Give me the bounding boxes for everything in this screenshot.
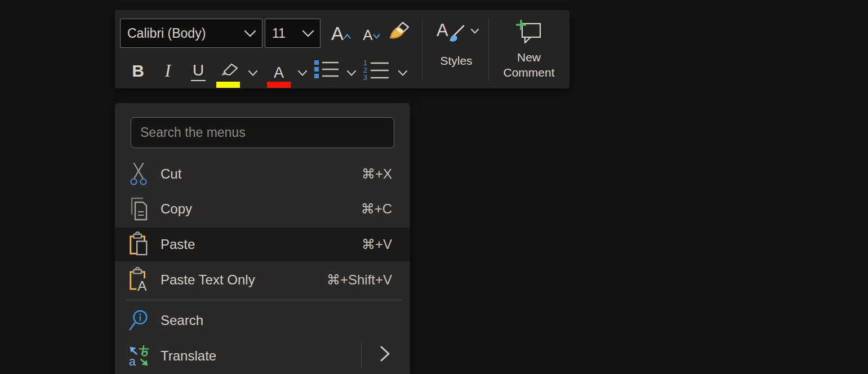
menu-item-cut[interactable]: Cut ⌘+X — [115, 158, 410, 190]
submenu-divider — [361, 342, 362, 368]
font-color-glyph: A — [274, 65, 284, 81]
chevron-down-icon[interactable] — [297, 69, 308, 79]
styles-brush-icon: A — [437, 20, 476, 51]
chevron-down-icon[interactable] — [346, 69, 357, 79]
menu-item-label: Cut — [161, 166, 181, 182]
bullet-list-button[interactable] — [314, 56, 357, 88]
menu-item-paste-text-only[interactable]: A Paste Text Only ⌘+Shift+V — [115, 264, 410, 296]
underline-button[interactable]: U — [186, 56, 211, 86]
font-color-button[interactable]: A — [267, 56, 308, 88]
font-name-select[interactable]: Calibri (Body) — [120, 19, 262, 48]
menu-item-label: Search — [161, 313, 203, 328]
scissors-icon — [128, 161, 149, 187]
chevron-down-icon — [244, 26, 256, 41]
new-comment-label: New Comment — [498, 50, 560, 80]
styles-button[interactable]: A Styles — [426, 16, 487, 83]
svg-text:a: a — [129, 354, 136, 368]
italic-button[interactable]: I — [157, 56, 179, 86]
paste-clipboard-icon — [128, 231, 149, 257]
font-size-value: 11 — [272, 26, 286, 41]
numbered-list-button[interactable]: 1 2 3 — [362, 56, 408, 88]
toolbar-divider — [422, 18, 422, 81]
grow-font-glyph: A — [331, 23, 344, 44]
menu-item-label: Copy — [161, 201, 192, 217]
font-size-select[interactable]: 11 — [265, 19, 321, 48]
chevron-down-icon — [302, 26, 314, 41]
svg-text:3: 3 — [363, 73, 367, 81]
new-comment-icon — [515, 19, 543, 47]
font-name-value: Calibri (Body) — [127, 26, 206, 41]
menu-item-shortcut: ⌘+Shift+V — [327, 272, 392, 288]
highlight-color-swatch — [216, 82, 240, 88]
caret-up-icon — [344, 23, 351, 42]
translate-icon: a — [128, 343, 149, 369]
menu-item-shortcut: ⌘+C — [361, 201, 392, 217]
caret-down-icon — [373, 23, 380, 42]
grow-font-button[interactable]: A — [324, 19, 350, 48]
format-painter-icon — [387, 20, 412, 46]
new-comment-button[interactable]: New Comment — [492, 16, 566, 83]
highlighter-pen-icon — [215, 63, 241, 81]
menu-item-label: Translate — [161, 348, 216, 364]
font-color-swatch — [267, 82, 291, 88]
chevron-down-icon[interactable] — [398, 69, 408, 79]
shrink-font-glyph: A — [363, 26, 372, 43]
bold-button[interactable]: B — [126, 56, 150, 86]
submenu-chevron-right-icon[interactable] — [379, 345, 391, 364]
menu-item-paste[interactable]: Paste ⌘+V — [115, 228, 410, 261]
menu-item-search[interactable]: Search — [115, 304, 410, 337]
search-menus-input[interactable] — [131, 117, 394, 148]
styles-label: Styles — [440, 53, 472, 68]
svg-text:A: A — [137, 278, 147, 293]
text-highlight-color-button[interactable] — [215, 56, 258, 88]
paste-text-only-icon: A — [128, 267, 149, 293]
toolbar-divider — [488, 18, 489, 81]
menu-item-label: Paste Text Only — [161, 272, 255, 288]
numbered-list-icon: 1 2 3 — [362, 59, 391, 83]
format-painter-button[interactable] — [385, 19, 413, 48]
chevron-down-icon[interactable] — [248, 69, 258, 79]
menu-divider — [125, 300, 403, 300]
menu-item-copy[interactable]: Copy ⌘+C — [115, 193, 410, 225]
menu-item-shortcut: ⌘+X — [362, 166, 392, 182]
floating-format-toolbar: Calibri (Body) 11 A A A — [115, 10, 569, 88]
copy-icon — [128, 196, 149, 222]
menu-item-translate[interactable]: a Translate — [115, 338, 410, 374]
bullet-list-icon — [314, 59, 340, 82]
search-info-icon — [128, 308, 149, 333]
context-menu: Cut ⌘+X Copy ⌘+C Paste ⌘+V — [115, 103, 410, 374]
menu-item-shortcut: ⌘+V — [362, 237, 392, 252]
menu-item-label: Paste — [161, 237, 195, 252]
shrink-font-button[interactable]: A — [355, 19, 381, 48]
